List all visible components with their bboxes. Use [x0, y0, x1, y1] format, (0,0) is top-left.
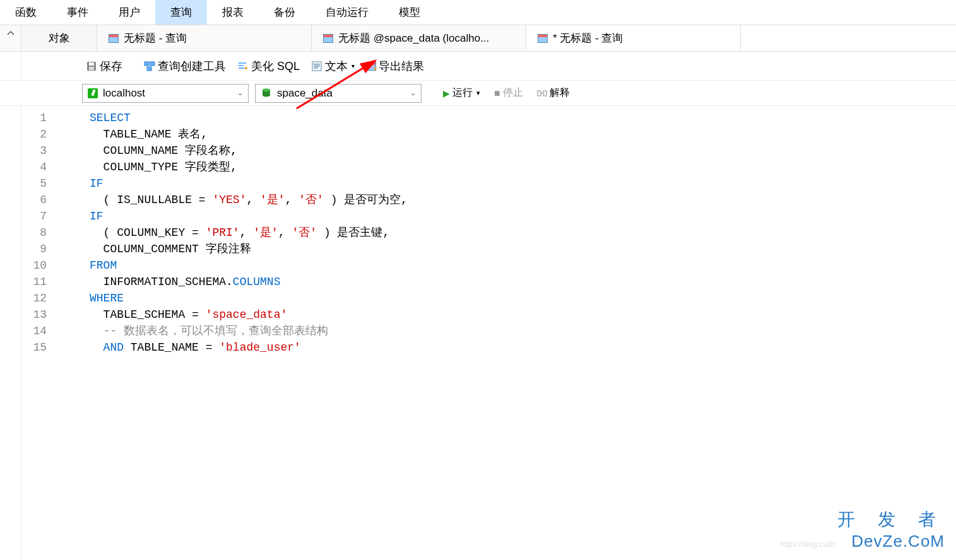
- play-icon: ▶: [443, 88, 450, 98]
- builder-icon: [144, 61, 155, 72]
- query-toolbar: 保存 查询创建工具 美化 SQL 文本 ▾ ↘ 导出结果: [0, 52, 956, 81]
- tab-label: 无标题 @space_data (localho...: [338, 31, 489, 45]
- query-icon: [109, 34, 119, 43]
- line-gutter: 123456789101112131415: [21, 106, 53, 560]
- menu-item[interactable]: 模型: [384, 0, 435, 25]
- main-menu-bar: 函数事件用户查询报表备份自动运行模型: [0, 0, 956, 25]
- query-icon: [323, 34, 333, 43]
- stop-label: 停止: [503, 86, 523, 100]
- stop-icon: ■: [494, 88, 500, 99]
- query-builder-label: 查询创建工具: [158, 59, 226, 74]
- csdn-url: https://blog.csdn.: [780, 540, 837, 549]
- tab-query-1[interactable]: 无标题 - 查询: [97, 25, 312, 51]
- chevron-down-icon: ▾: [476, 89, 480, 97]
- query-builder-button[interactable]: 查询创建工具: [140, 57, 230, 75]
- connection-icon: [88, 88, 98, 98]
- beautify-label: 美化 SQL: [251, 59, 300, 74]
- tab-label: 无标题 - 查询: [124, 31, 187, 45]
- chevron-down-icon: ⌄: [237, 89, 243, 97]
- menu-item[interactable]: 自动运行: [310, 0, 384, 25]
- menu-item[interactable]: 报表: [207, 0, 259, 25]
- connection-row: localhost ⌄ space_data ⌄ ▶ 运行 ▾ ■ 停止 解释: [0, 81, 956, 106]
- svg-rect-1: [89, 62, 94, 66]
- code-area[interactable]: SELECT TABLE_NAME 表名, COLUMN_NAME 字段名称, …: [59, 106, 408, 560]
- svg-rect-3: [145, 62, 149, 66]
- menu-item[interactable]: 备份: [259, 0, 310, 25]
- text-button[interactable]: 文本 ▾: [307, 57, 358, 75]
- export-button[interactable]: ↘ 导出结果: [362, 57, 428, 75]
- save-label: 保存: [100, 59, 122, 74]
- chevron-up-icon: [6, 29, 15, 38]
- svg-rect-4: [150, 62, 155, 66]
- tab-query-3[interactable]: * 无标题 - 查询: [526, 25, 741, 51]
- svg-rect-8: [239, 67, 245, 69]
- tab-objects-label: 对象: [49, 31, 70, 45]
- svg-rect-2: [89, 67, 94, 70]
- tab-label: * 无标题 - 查询: [553, 31, 623, 45]
- database-select[interactable]: space_data ⌄: [255, 84, 422, 103]
- watermark: https://blog.csdn. 开 发 者 DevZe.CoM: [837, 508, 945, 551]
- database-icon: [261, 88, 272, 99]
- run-button[interactable]: ▶ 运行 ▾: [439, 85, 484, 101]
- svg-rect-12: [314, 66, 320, 67]
- svg-rect-13: [314, 67, 318, 69]
- save-icon: [86, 61, 97, 72]
- explain-label: 解释: [550, 86, 570, 100]
- sql-editor[interactable]: 123456789101112131415 SELECT TABLE_NAME …: [0, 106, 956, 560]
- export-icon: ↘: [366, 62, 376, 71]
- svg-rect-16: [538, 91, 541, 96]
- watermark-en: DevZe.CoM: [837, 532, 945, 551]
- svg-rect-5: [147, 67, 151, 71]
- text-label: 文本: [325, 59, 348, 74]
- text-icon: [311, 61, 322, 72]
- host-select[interactable]: localhost ⌄: [82, 84, 249, 103]
- stop-button[interactable]: ■ 停止: [490, 85, 527, 101]
- explain-icon: [537, 88, 547, 98]
- save-button[interactable]: 保存: [82, 57, 126, 75]
- svg-rect-7: [239, 65, 244, 66]
- svg-point-15: [263, 88, 270, 91]
- query-icon: [538, 34, 548, 43]
- chevron-down-icon: ⌄: [410, 89, 416, 97]
- menu-item[interactable]: 函数: [0, 0, 52, 25]
- svg-point-9: [245, 67, 247, 69]
- svg-rect-17: [543, 91, 546, 96]
- export-label: 导出结果: [379, 59, 424, 74]
- explain-button[interactable]: 解释: [533, 85, 574, 101]
- tab-query-2[interactable]: 无标题 @space_data (localho...: [312, 25, 526, 51]
- watermark-cn: 开 发 者: [837, 508, 945, 532]
- nav-collapse-toggle[interactable]: [0, 25, 21, 51]
- menu-item[interactable]: 事件: [52, 0, 103, 25]
- chevron-down-icon: ▾: [351, 62, 355, 69]
- beautify-button[interactable]: 美化 SQL: [233, 57, 304, 75]
- tab-objects[interactable]: 对象: [21, 25, 97, 51]
- svg-rect-6: [239, 62, 246, 64]
- host-value: localhost: [103, 87, 145, 100]
- database-value: space_data: [277, 87, 333, 100]
- run-label: 运行: [452, 86, 473, 100]
- wand-icon: [237, 61, 249, 72]
- menu-item[interactable]: 查询: [155, 0, 207, 25]
- menu-item[interactable]: 用户: [103, 0, 155, 25]
- tab-bar: 对象 无标题 - 查询 无标题 @space_data (localho... …: [0, 25, 956, 52]
- svg-rect-11: [314, 64, 320, 65]
